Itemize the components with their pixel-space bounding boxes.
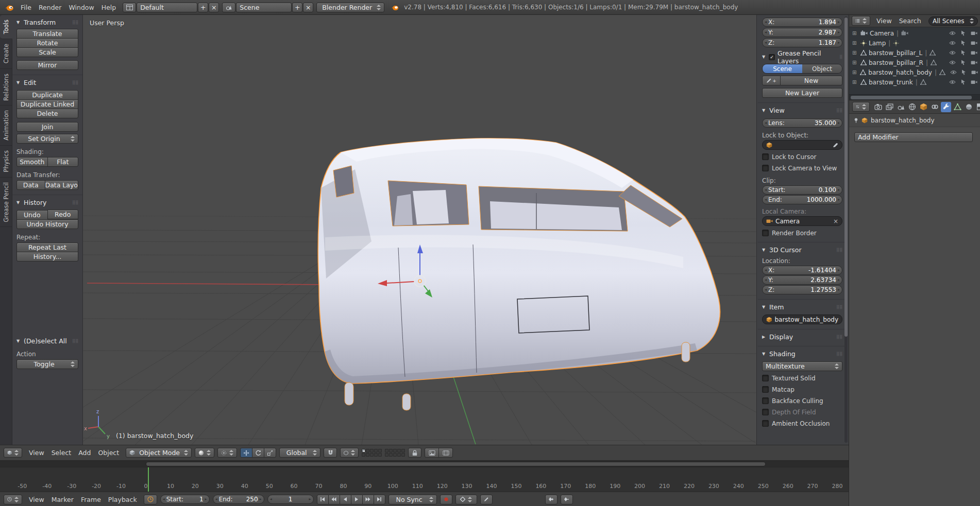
- viewport-shading-dropdown[interactable]: [195, 448, 214, 458]
- panel-header-3d-cursor[interactable]: ▼3D Cursor⣿⣿: [762, 246, 842, 254]
- tab-render-layers-icon[interactable]: [884, 102, 894, 112]
- redo-button[interactable]: Redo: [47, 210, 79, 219]
- flat-button[interactable]: Flat: [47, 157, 79, 167]
- duplicate-linked-button[interactable]: Duplicate Linked: [16, 99, 78, 109]
- tab-world-icon[interactable]: [907, 102, 917, 112]
- local-camera-field[interactable]: Camera ×: [762, 216, 842, 226]
- renderable-camera-icon[interactable]: [970, 41, 978, 45]
- tool-tab-animation[interactable]: Animation: [0, 106, 12, 146]
- layer-6[interactable]: [385, 449, 388, 452]
- outliner-menu-search[interactable]: Search: [895, 16, 925, 26]
- expand-icon[interactable]: ⊞: [852, 69, 858, 75]
- render-animation-icon[interactable]: [438, 448, 453, 458]
- tool-tab-tools[interactable]: Tools: [0, 15, 12, 39]
- add-modifier-dropdown[interactable]: Add Modifier: [854, 132, 973, 142]
- layer-1[interactable]: [362, 449, 365, 452]
- topbar-menu-file[interactable]: File: [17, 3, 35, 12]
- layer-3[interactable]: [370, 449, 374, 452]
- timeline-tracks[interactable]: -50-40-30-20-100102030405060708090100110…: [0, 461, 849, 492]
- lock-object-field[interactable]: [762, 140, 842, 150]
- tab-render-icon[interactable]: [873, 102, 883, 112]
- shading-mode-dropdown[interactable]: Multitexture: [762, 361, 842, 371]
- 3d-viewport[interactable]: y z x User Persp (1) barstow_hatch_body: [83, 15, 756, 445]
- topbar-menu-help[interactable]: Help: [98, 3, 120, 12]
- layer-19[interactable]: [397, 453, 401, 457]
- auto-keyframe-record-button[interactable]: [440, 495, 452, 504]
- frame-end-field[interactable]: ◂End:250▸: [213, 495, 264, 504]
- layer-9[interactable]: [397, 449, 401, 452]
- visibility-eye-icon[interactable]: [950, 70, 958, 75]
- smooth-button[interactable]: Smooth: [16, 157, 48, 167]
- tab-object-data-icon[interactable]: [952, 102, 962, 112]
- visibility-eye-icon[interactable]: [948, 60, 957, 65]
- close-screen-button[interactable]: ×: [209, 3, 219, 12]
- topbar-menu-window[interactable]: Window: [65, 3, 97, 12]
- pivot-point-dropdown[interactable]: [217, 448, 237, 458]
- outliner-item-barstow-bpillar-r[interactable]: ⊞barstow_bpillar_R|: [849, 58, 980, 67]
- checkbox[interactable]: [762, 375, 769, 381]
- browse-scenes-icon[interactable]: [222, 3, 235, 12]
- view-y-field[interactable]: ◂Y:2.987▸: [762, 28, 842, 37]
- selectable-arrow-icon[interactable]: [959, 40, 968, 46]
- clip-end-field[interactable]: ◂End:1000.000▸: [762, 195, 842, 204]
- delete-button[interactable]: Delete: [16, 109, 78, 118]
- add-screen-button[interactable]: +: [198, 3, 208, 12]
- viewport-menu-object[interactable]: Object: [94, 448, 123, 458]
- panel-header-shading[interactable]: ▼Shading⣿⣿: [762, 350, 842, 358]
- panel-header-history[interactable]: ▼History⣿⣿: [16, 198, 78, 207]
- object-name[interactable]: barstow_hatch_body: [868, 69, 932, 76]
- keying-add-icon[interactable]: [545, 495, 557, 504]
- selectable-arrow-icon[interactable]: [959, 30, 968, 36]
- layer-4[interactable]: [374, 449, 378, 452]
- layer-15[interactable]: [378, 453, 382, 457]
- object-name[interactable]: barstow_trunk: [869, 79, 913, 86]
- browse-screens-icon[interactable]: [123, 3, 136, 12]
- gp-new-button[interactable]: New: [780, 76, 842, 85]
- lens-field[interactable]: ◂Lens:35.000▸: [762, 118, 842, 128]
- panel-header-edit[interactable]: ▼Edit⣿⣿: [16, 78, 78, 87]
- outliner-scrollbar[interactable]: [849, 94, 980, 100]
- timeline-scroll-thumb[interactable]: [146, 462, 766, 466]
- set-origin-dropdown[interactable]: Set Origin: [16, 134, 78, 144]
- display-filter-dropdown[interactable]: All Scenes: [928, 16, 978, 26]
- outliner-menu-view[interactable]: View: [873, 16, 895, 26]
- translate-manipulator-icon[interactable]: [240, 448, 252, 458]
- panel-header-deselect-all[interactable]: ▼(De)select All⣿⣿: [16, 337, 78, 345]
- rotate-manipulator-icon[interactable]: [252, 448, 264, 458]
- tool-tab-relations[interactable]: Relations: [0, 69, 12, 106]
- viewport-menu-add[interactable]: Add: [75, 448, 94, 458]
- checkbox[interactable]: [762, 420, 769, 427]
- timeline-editor-type-button[interactable]: [4, 495, 22, 504]
- option-matcap[interactable]: Matcap: [762, 385, 842, 394]
- scene-name[interactable]: Scene: [236, 3, 292, 12]
- object-name[interactable]: barstow_bpillar_L: [869, 49, 922, 57]
- item-name-field[interactable]: barstow_hatch_body: [762, 315, 842, 324]
- outliner-item-barstow-bpillar-l[interactable]: ⊞barstow_bpillar_L|: [849, 48, 980, 58]
- gp-draw-pencil-icon[interactable]: +: [762, 76, 781, 85]
- selectable-arrow-icon[interactable]: [960, 69, 968, 75]
- view-x-field[interactable]: ◂X:1.894▸: [762, 18, 842, 27]
- renderable-camera-icon[interactable]: [970, 80, 978, 84]
- scale-manipulator-icon[interactable]: [264, 448, 276, 458]
- jump-to-start-icon[interactable]: [317, 495, 329, 504]
- outliner-item-barstow-hatch-body[interactable]: ⊞barstow_hatch_body|: [849, 67, 980, 77]
- layer-13[interactable]: [370, 453, 374, 457]
- rotate-button[interactable]: Rotate: [16, 38, 78, 48]
- car-model[interactable]: [318, 138, 720, 410]
- layer-14[interactable]: [374, 453, 378, 457]
- viewport-menu-view[interactable]: View: [25, 448, 48, 458]
- undo-button[interactable]: Undo: [16, 210, 48, 220]
- expand-icon[interactable]: ⊞: [852, 60, 858, 65]
- renderable-camera-icon[interactable]: [970, 31, 978, 36]
- close-scene-button[interactable]: ×: [303, 3, 313, 12]
- outliner-item-barstow-trunk[interactable]: ⊞barstow_trunk|: [849, 77, 980, 87]
- panel-header-display[interactable]: ▶Display⣿⣿: [762, 333, 842, 341]
- tab-modifiers-icon[interactable]: [941, 102, 951, 112]
- selectable-arrow-icon[interactable]: [959, 60, 968, 65]
- translate-button[interactable]: Translate: [16, 29, 78, 39]
- checkbox[interactable]: [762, 397, 769, 404]
- layer-18[interactable]: [393, 453, 397, 457]
- selectable-arrow-icon[interactable]: [959, 79, 968, 85]
- layer-12[interactable]: [366, 453, 369, 457]
- layer-7[interactable]: [389, 449, 393, 452]
